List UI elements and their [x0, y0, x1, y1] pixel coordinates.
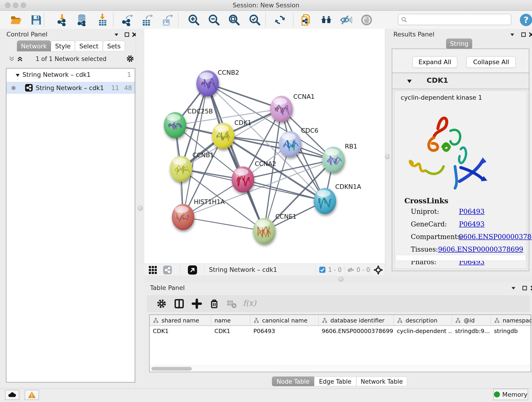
column-header--id[interactable]: @id [452, 315, 491, 326]
selected-checkbox-icon[interactable] [319, 266, 326, 273]
zoom-in-icon[interactable] [188, 14, 200, 26]
home-networks-icon[interactable] [320, 14, 332, 26]
collapse-all-button[interactable]: Collapse All [467, 56, 516, 68]
tab-select[interactable]: Select [75, 41, 103, 51]
refresh-icon[interactable] [274, 14, 286, 26]
splitter-handle-icon[interactable] [138, 205, 143, 211]
crosslink-link[interactable]: 9606.ENSP00000378699 [438, 245, 523, 253]
expand-all-chevron-icon[interactable] [17, 56, 23, 62]
export-table-icon[interactable] [141, 14, 153, 26]
network-collection-row[interactable]: String Network – cdk1 1 [6, 69, 135, 81]
tab-style[interactable]: Style [51, 41, 75, 51]
crosslink-link[interactable]: P06493 [459, 220, 485, 228]
expand-all-button[interactable]: Expand All [412, 56, 457, 68]
panel-menu-icon[interactable] [510, 285, 516, 292]
search-field[interactable] [398, 14, 511, 25]
table-cell[interactable]: stringdb:9... [452, 326, 491, 336]
table-row[interactable]: CDK1CDK1P064939606.ENSP00000378699cyclin… [150, 326, 531, 336]
tab-network[interactable]: Network [17, 41, 51, 51]
table-cell[interactable]: stringdb [491, 326, 532, 336]
right-splitter[interactable] [385, 29, 390, 275]
column-header-namespace[interactable]: namespace [491, 315, 532, 326]
column-header-database-identifier[interactable]: database identifier [318, 315, 394, 326]
detach-view-icon[interactable] [188, 265, 197, 274]
left-splitter[interactable] [136, 29, 145, 389]
table-cell[interactable]: CDK1 [211, 326, 250, 336]
table-cell[interactable]: cyclin-dependent ... [394, 326, 452, 336]
grid-view-icon[interactable] [148, 266, 157, 274]
network-row-selected[interactable]: String Network – cdk1 11 48 [6, 82, 135, 94]
network-node-CCNE1[interactable] [253, 218, 275, 244]
network-edge-CCNA2-CDKN1A[interactable] [243, 179, 325, 201]
memory-button[interactable]: Memory [493, 389, 528, 400]
network-options-gear-icon[interactable] [126, 55, 134, 63]
zoom-selected-icon[interactable] [249, 14, 261, 26]
network-node-CDC6[interactable] [279, 131, 301, 157]
network-node-HIST1H1A[interactable] [172, 204, 194, 230]
network-node-CCNA2[interactable] [232, 166, 254, 192]
hide-selected-icon[interactable] [340, 14, 352, 26]
network-node-CCNA1[interactable] [270, 96, 293, 122]
panel-float-icon[interactable] [522, 285, 528, 292]
crosslink-link[interactable]: P06493 [459, 208, 485, 216]
network-node-CCNB2[interactable] [196, 70, 219, 96]
import-network-icon[interactable] [56, 14, 69, 26]
zoom-fit-icon[interactable] [228, 14, 240, 26]
scrollbar-thumb[interactable] [152, 367, 192, 370]
crosslink-link[interactable]: 9606.ENSP00000378699 [459, 233, 532, 241]
panel-float-icon[interactable] [124, 32, 130, 38]
network-edge-CDK1-RB1[interactable] [223, 136, 333, 160]
splitter-handle-icon[interactable] [338, 276, 344, 282]
export-network-icon[interactable] [121, 14, 133, 26]
network-node-CDK1[interactable] [212, 123, 234, 149]
panel-float-icon[interactable] [520, 32, 526, 38]
search-input[interactable] [409, 15, 509, 24]
panel-menu-icon[interactable] [114, 32, 119, 38]
table-cell[interactable]: CDK1 [150, 326, 211, 336]
import-database-icon[interactable] [76, 14, 88, 26]
export-image-icon[interactable] [161, 14, 173, 26]
birdseye-navigator-icon[interactable] [374, 265, 383, 275]
open-file-icon[interactable] [10, 14, 22, 26]
horizontal-splitter[interactable] [144, 275, 532, 283]
results-scrollbar[interactable] [396, 255, 526, 261]
network-view-icon[interactable] [163, 266, 172, 274]
column-header-name[interactable]: name [211, 315, 250, 326]
clone-network-icon[interactable] [299, 14, 312, 26]
tab-node-table[interactable]: Node Table [272, 376, 314, 386]
appearance-eye-icon[interactable] [360, 14, 373, 26]
network-node-RB1[interactable] [322, 147, 345, 173]
table-horizontal-scrollbar[interactable] [150, 366, 531, 372]
zoom-out-icon[interactable] [208, 14, 220, 26]
column-header-description[interactable]: description [394, 315, 452, 326]
warning-status-button[interactable] [25, 390, 39, 400]
network-edge-HIST1H1A-CCNE1[interactable] [183, 217, 264, 231]
save-session-icon[interactable] [30, 14, 42, 26]
delete-column-icon[interactable] [209, 298, 220, 309]
panel-close-icon[interactable] [528, 32, 532, 38]
collection-expander-icon[interactable] [15, 73, 20, 78]
cloud-status-button[interactable] [5, 390, 19, 400]
table-options-gear-icon[interactable] [156, 298, 167, 309]
network-graph[interactable]: CCNB2CCNA1CDC25BCDK1CDC6RB1CCNB1CCNA2CDK… [144, 29, 385, 264]
tab-network-table[interactable]: Network Table [356, 376, 407, 386]
tab-sets[interactable]: Sets [103, 41, 125, 51]
network-node-CCNB1[interactable] [170, 156, 192, 182]
table-cell[interactable]: 9606.ENSP00000378699 [318, 326, 394, 336]
panel-close-icon[interactable] [530, 285, 532, 292]
column-header-shared-name[interactable]: shared name [150, 315, 211, 326]
import-table-icon[interactable] [96, 14, 109, 26]
tab-string[interactable]: String [446, 38, 472, 49]
network-node-CDC25B[interactable] [164, 112, 186, 138]
section-expander-icon[interactable] [406, 78, 412, 84]
collapse-all-chevron-icon[interactable] [8, 56, 15, 62]
network-edge-CCNB2-CCNA1[interactable] [208, 83, 281, 109]
table-cell[interactable]: P06493 [250, 326, 318, 336]
help-icon[interactable]: ? [520, 14, 532, 26]
show-columns-icon[interactable] [174, 298, 184, 309]
panel-menu-icon[interactable] [509, 32, 515, 38]
gene-section-header[interactable]: CDK1 [392, 73, 529, 89]
network-node-CDKN1A[interactable] [314, 188, 336, 214]
network-canvas[interactable]: CCNB2CCNA1CDC25BCDK1CDC6RB1CCNB1CCNA2CDK… [144, 29, 385, 264]
tab-edge-table[interactable]: Edge Table [314, 376, 356, 386]
